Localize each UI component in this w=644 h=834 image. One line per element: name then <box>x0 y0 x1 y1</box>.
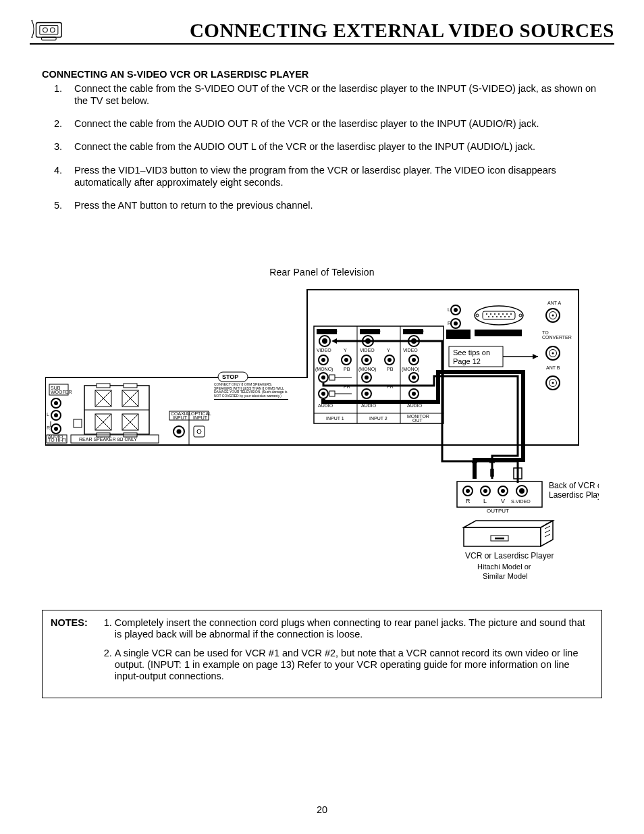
subwoofer-label-2: WOOFER <box>51 390 72 394</box>
svg-point-6 <box>31 36 32 38</box>
input2-label: INPUT 2 <box>369 416 387 421</box>
svg-rect-68 <box>329 375 335 380</box>
svg-point-113 <box>552 382 554 384</box>
label-r: R <box>47 425 50 430</box>
svg-point-97 <box>510 313 512 315</box>
page-title: CONNECTING EXTERNAL VIDEO SOURCES <box>190 20 614 42</box>
svg-point-5 <box>31 20 32 22</box>
y-label-1: Y <box>344 348 347 353</box>
svg-point-14 <box>54 427 58 431</box>
svg-point-99 <box>492 316 493 317</box>
svg-point-75 <box>321 392 325 396</box>
mono-label-1: (MONO) <box>315 367 333 372</box>
svg-point-79 <box>365 392 369 396</box>
svg-point-81 <box>412 392 416 396</box>
stop-label: STOP <box>222 373 238 380</box>
svg-point-63 <box>387 358 392 362</box>
svg-rect-88 <box>483 311 515 319</box>
vcr-sv-label: S-VIDEO <box>511 499 531 504</box>
vcr-back-2: Laserdisc Player <box>549 490 599 500</box>
svg-point-95 <box>502 313 504 315</box>
tips-line-1: See tips on <box>453 348 490 357</box>
svg-point-39 <box>177 429 182 434</box>
audio-label-1: AUDIO <box>318 403 333 408</box>
svg-point-67 <box>321 375 325 380</box>
svg-point-83 <box>454 308 458 312</box>
section-content: CONNECTING AN S-VIDEO VCR OR LASERDISC P… <box>30 69 614 211</box>
notes-label: NOTES: <box>51 617 100 689</box>
page-header: CONNECTING EXTERNAL VIDEO SOURCES <box>30 19 614 45</box>
video-label-2: VIDEO <box>360 348 375 353</box>
video-label-3: VIDEO <box>403 348 418 353</box>
svg-rect-34 <box>74 419 82 427</box>
svg-point-91 <box>486 313 487 315</box>
svg-point-94 <box>498 313 500 315</box>
pb-label-2: PB <box>387 367 394 371</box>
monitor-label-2: OUT <box>412 418 423 423</box>
svg-rect-1 <box>40 26 58 35</box>
toconverter-label-2: CONVERTER <box>542 335 572 340</box>
svideo-label-3: S-VIDEO <box>404 329 424 334</box>
svg-point-3 <box>50 28 55 32</box>
vcr-front-label: VCR or Laserdisc Player <box>465 551 554 561</box>
svg-point-100 <box>496 316 498 317</box>
svg-point-120 <box>466 489 470 493</box>
audio-label-2: AUDIO <box>361 403 377 408</box>
svg-rect-76 <box>329 391 335 396</box>
svg-point-61 <box>365 358 369 362</box>
svg-point-89 <box>476 314 479 317</box>
optical-label-2: INPUT <box>193 415 208 420</box>
note-item: A single VCR can be used for VCR #1 and … <box>115 648 593 683</box>
toconverter-label-1: TO <box>542 330 549 335</box>
page-number: 20 <box>0 804 644 815</box>
note-item: Completely insert the connection cord pl… <box>115 617 593 641</box>
rear-panel-diagram: SUB WOOFER L R AUDIO TO HI-FI <box>45 286 599 590</box>
svideo-label-1: S-VIDEO <box>318 329 338 334</box>
svg-point-122 <box>483 489 487 493</box>
svg-point-101 <box>500 316 502 317</box>
antb-label: ANT B <box>546 365 560 370</box>
notes-list: Completely insert the connection cord pl… <box>100 617 593 689</box>
svg-point-124 <box>501 489 505 493</box>
svideo-label-2: S-VIDEO <box>361 329 381 334</box>
svg-point-87 <box>475 306 523 325</box>
svg-rect-40 <box>194 426 205 437</box>
vcr-model-2: Similar Model <box>483 572 528 580</box>
svg-point-110 <box>552 352 554 354</box>
svg-point-102 <box>504 316 506 317</box>
rear-speaker-label: REAR SPEAKER 8Ω ONLY <box>79 437 137 442</box>
svg-point-96 <box>506 313 508 315</box>
svg-point-65 <box>412 358 416 362</box>
video-label-1: VIDEO <box>317 348 331 353</box>
svg-point-71 <box>365 375 369 380</box>
svg-marker-129 <box>464 521 553 527</box>
pcrgb-label: PC RGB INPUT 1 <box>480 330 518 335</box>
stop-caption: CONNECT ONLY 8 OHM SPEAKERS. SPEAKERS WI… <box>214 383 288 400</box>
svg-point-41 <box>197 429 201 434</box>
pb-label-1: PB <box>344 367 350 371</box>
vcr-r-label: R <box>466 498 471 504</box>
label-l: L <box>47 412 49 417</box>
svg-point-92 <box>490 313 491 315</box>
svg-point-51 <box>322 338 327 344</box>
svg-point-85 <box>454 321 458 325</box>
vcr-model-1: Hitachi Model or <box>477 563 531 571</box>
pcaudio-label-2: INPUT 1 <box>450 334 468 338</box>
svg-point-98 <box>488 316 489 317</box>
svg-point-59 <box>344 358 348 362</box>
svg-point-2 <box>43 28 48 32</box>
audio-hifi-label-2: TO HI-FI <box>48 438 66 442</box>
audio-label-3: AUDIO <box>407 403 423 408</box>
svg-point-73 <box>412 375 416 380</box>
pc-l-label: L <box>448 307 450 312</box>
steps-list: Connect the cable from the S-VIDEO OUT o… <box>42 82 602 211</box>
mono-label-2: (MONO) <box>358 367 376 372</box>
diagram-title: Rear Panel of Television <box>30 267 614 278</box>
svg-point-93 <box>494 313 495 315</box>
input1-label: INPUT 1 <box>326 416 344 421</box>
svg-point-107 <box>552 314 554 316</box>
mono-label-3: (MONO) <box>402 367 419 372</box>
notes-box: NOTES: Completely insert the connection … <box>42 610 602 698</box>
step-item: Press the ANT button to return to the pr… <box>65 199 602 211</box>
svg-point-126 <box>519 488 525 494</box>
